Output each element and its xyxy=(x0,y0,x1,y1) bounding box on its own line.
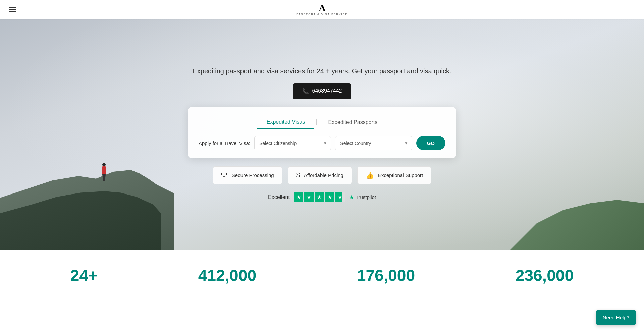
dollar-icon: $ xyxy=(296,171,300,179)
feature-affordable-pricing: $ Affordable Pricing xyxy=(288,166,352,184)
search-row: Apply for a Travel Visa: Select Citizens… xyxy=(199,136,445,150)
country-select-wrapper: Select Country ▼ xyxy=(335,136,412,150)
trustpilot-row: Excellent ★ ★ ★ ★ ★ ★ Trustpilot xyxy=(268,192,376,202)
stat-236k-number: 236,000 xyxy=(516,266,574,285)
hero-tagline: Expediting passport and visa services fo… xyxy=(193,67,451,75)
tab-divider: | xyxy=(314,118,319,125)
trustpilot-excellent-label: Excellent xyxy=(268,194,290,200)
feature-exceptional-support: 👍 Exceptional Support xyxy=(357,166,431,184)
stat-years-number: 24+ xyxy=(70,266,98,285)
stat-236k: 236,000 xyxy=(516,266,574,285)
trustpilot-logo: ★ Trustpilot xyxy=(349,193,376,201)
phone-button[interactable]: 📞 6468947442 xyxy=(293,83,352,99)
star-4: ★ xyxy=(325,192,334,202)
features-row: 🛡 Secure Processing $ Affordable Pricing… xyxy=(206,166,438,184)
header: A Passport & Visa Service xyxy=(0,0,644,19)
tab-expedited-visas[interactable]: Expedited Visas xyxy=(257,116,314,129)
citizenship-select-wrapper: Select Citizenship ▼ xyxy=(254,136,331,150)
stat-412k: 412,000 xyxy=(198,266,257,285)
stat-412k-number: 412,000 xyxy=(198,266,257,285)
apply-label: Apply for a Travel Visa: xyxy=(199,140,250,146)
shield-icon: 🛡 xyxy=(221,171,228,179)
country-select[interactable]: Select Country xyxy=(335,136,412,150)
stat-years: 24+ xyxy=(70,266,98,285)
stat-176k: 176,000 xyxy=(357,266,415,285)
tabs-row: Expedited Visas | Expedited Passports xyxy=(199,115,445,129)
logo-subtitle: Passport & Visa Service xyxy=(296,13,347,16)
feature-pricing-label: Affordable Pricing xyxy=(304,172,343,178)
logo: A Passport & Visa Service xyxy=(296,3,347,16)
citizenship-select[interactable]: Select Citizenship xyxy=(254,136,331,150)
phone-number: 6468947442 xyxy=(312,88,342,94)
star-2: ★ xyxy=(304,192,314,202)
tab-expedited-passports[interactable]: Expedited Passports xyxy=(319,116,387,129)
trustpilot-name: Trustpilot xyxy=(356,194,376,200)
hero-content: Expediting passport and visa services fo… xyxy=(0,54,644,215)
trustpilot-stars: ★ ★ ★ ★ ★ xyxy=(294,192,345,202)
trustpilot-star-icon: ★ xyxy=(349,193,354,201)
star-1: ★ xyxy=(294,192,303,202)
phone-icon: 📞 xyxy=(302,88,309,94)
star-3: ★ xyxy=(315,192,324,202)
star-5-half: ★ xyxy=(335,192,345,202)
search-card: Expedited Visas | Expedited Passports Ap… xyxy=(188,107,456,158)
feature-support-label: Exceptional Support xyxy=(378,172,423,178)
hero-section: Expediting passport and visa services fo… xyxy=(0,19,644,250)
stats-section: 24+ 412,000 176,000 236,000 xyxy=(0,250,644,301)
thumbsup-icon: 👍 xyxy=(366,171,374,179)
stat-176k-number: 176,000 xyxy=(357,266,415,285)
go-button[interactable]: GO xyxy=(416,136,445,150)
menu-button[interactable] xyxy=(7,5,18,14)
feature-secure-processing: 🛡 Secure Processing xyxy=(213,166,282,184)
feature-secure-label: Secure Processing xyxy=(232,172,274,178)
logo-letter: A xyxy=(319,3,325,13)
